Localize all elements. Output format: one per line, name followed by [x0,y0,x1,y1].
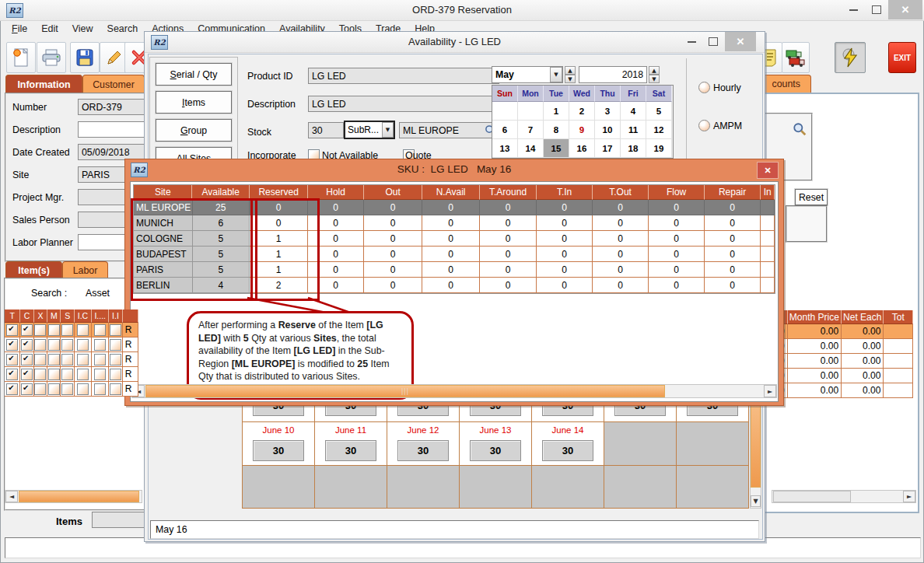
year-field[interactable]: 2018 [579,66,647,83]
checkbox[interactable] [110,354,121,365]
value-cell[interactable]: 4 [193,278,250,293]
value-cell[interactable]: 0 [593,262,649,278]
pricing-cell[interactable]: 0.00 [788,369,842,383]
value-cell[interactable]: 0 [480,231,537,247]
value-cell[interactable]: 0 [364,231,422,247]
menu-item-file[interactable]: File [10,21,29,37]
side-button-items[interactable]: Items [156,91,232,114]
search-mode-value[interactable]: Asset [86,288,110,299]
value-cell[interactable]: 0 [308,231,364,247]
table-row-berlin[interactable]: BERLIN4200000000 [134,278,775,293]
table-row[interactable]: 00.000.00 [772,324,913,339]
calendar-day-6[interactable]: 6 [492,121,518,139]
value-cell[interactable]: 0 [649,247,705,262]
field-description[interactable] [78,121,149,138]
day-cell-june-12[interactable]: June 1230 [387,422,460,466]
checkbox[interactable] [61,339,73,351]
checkbox-checked[interactable] [6,369,18,380]
checkbox[interactable] [77,354,89,365]
spin-down-icon[interactable]: ▼ [565,75,576,83]
value-cell[interactable]: 0 [593,247,649,262]
pricing-cell[interactable]: 0.00 [842,339,884,354]
value-cell[interactable]: 0 [705,262,761,278]
right-hscrollbar[interactable]: ► [772,490,916,503]
value-cell[interactable]: 1 [250,262,308,278]
table-row[interactable]: 00.000.00 [772,383,913,398]
value-cell[interactable]: 0 [649,200,705,215]
checkbox[interactable] [34,383,46,395]
tab-customer[interactable]: Customer [82,75,145,93]
tab-labor[interactable]: Labor [62,261,108,278]
pricing-cell[interactable]: 0.00 [842,369,884,383]
pricing-cell[interactable]: 0.00 [788,354,842,369]
value-cell[interactable]: 0 [649,262,705,278]
pricing-cell[interactable]: 0.00 [788,339,842,354]
day-cell-june-14[interactable]: June 1430 [532,422,604,466]
calendar-day-14[interactable]: 14 [518,139,544,158]
checkbox-checked[interactable] [6,339,18,351]
site-cell[interactable]: MUNICH [134,215,193,231]
checkbox[interactable] [61,369,73,380]
value-cell[interactable]: 0 [649,215,705,231]
side-button-serial-qty[interactable]: Serial / Qty [156,63,232,86]
checkbox-checked[interactable] [6,383,18,395]
reset-button[interactable]: Reset [795,189,828,205]
calendar-day-7[interactable]: 7 [518,121,544,139]
scroll-thumb[interactable] [773,491,851,502]
subregion-field[interactable]: ML EUROPE [399,122,499,138]
menu-item-view[interactable]: View [71,21,95,37]
value-cell[interactable]: 0 [649,231,705,247]
side-button-group[interactable]: Group [156,119,232,142]
menu-item-edit[interactable]: Edit [40,21,60,37]
description-field[interactable]: LG LED [308,96,499,112]
value-cell[interactable]: 0 [364,215,422,231]
value-cell[interactable]: 0 [422,262,479,278]
calendar-day-13[interactable]: 13 [492,139,518,158]
field-number[interactable]: ORD-379 [78,99,149,115]
value-cell[interactable]: 5 [193,231,250,247]
table-row[interactable]: 00.000.00 [772,369,913,383]
calendar-day-3[interactable]: 3 [595,102,621,121]
day-cell-june-13[interactable]: June 1330 [460,422,532,466]
availability-check-button[interactable] [835,42,866,73]
value-cell[interactable]: 0 [593,215,649,231]
checkbox-checked[interactable] [21,369,33,380]
table-row[interactable]: R [5,352,138,367]
checkbox[interactable] [34,369,46,380]
spin-down-icon[interactable]: ▼ [649,75,660,83]
value-cell[interactable]: 0 [422,231,479,247]
field-date-created[interactable]: 05/09/2018 [78,144,149,160]
checkbox[interactable] [48,354,60,365]
value-cell[interactable]: 1 [250,247,308,262]
month-spinner[interactable]: ▲ ▼ [565,66,576,83]
value-cell[interactable]: 0 [593,200,649,215]
pricing-cell[interactable] [884,369,913,383]
calendar-day-2[interactable]: 2 [569,102,595,121]
value-cell[interactable]: 0 [537,247,593,262]
calendar-day-5[interactable]: 5 [646,102,672,121]
value-cell[interactable]: 0 [422,247,479,262]
save-button[interactable] [70,42,100,73]
checkbox[interactable] [61,324,73,336]
table-row-ml-europe[interactable]: ML EUROPE25000000000 [134,200,775,215]
checkbox[interactable] [110,383,121,395]
value-cell[interactable]: 0 [537,262,593,278]
day-cell-june-10[interactable]: June 1030 [243,422,315,466]
pricing-cell[interactable] [884,354,913,369]
calendar-day-8[interactable]: 8 [544,121,569,139]
table-row[interactable]: 00.000.00 [772,354,913,369]
value-cell[interactable]: 0 [593,278,649,293]
checkbox[interactable] [110,324,121,336]
checkbox[interactable] [48,383,60,395]
checkbox[interactable] [34,324,46,336]
value-cell[interactable]: 0 [308,215,364,231]
checkbox[interactable] [77,383,89,395]
month-dropdown[interactable]: May ▼ [492,66,563,83]
value-cell[interactable]: 0 [308,262,364,278]
value-cell[interactable]: 0 [705,278,761,293]
value-cell[interactable]: 0 [364,278,422,293]
checkbox[interactable] [48,324,60,336]
sku-hscrollbar[interactable]: ◄ ||| ► [131,384,777,398]
year-spinner[interactable]: ▲ ▼ [649,66,660,83]
checkbox[interactable] [34,354,46,365]
